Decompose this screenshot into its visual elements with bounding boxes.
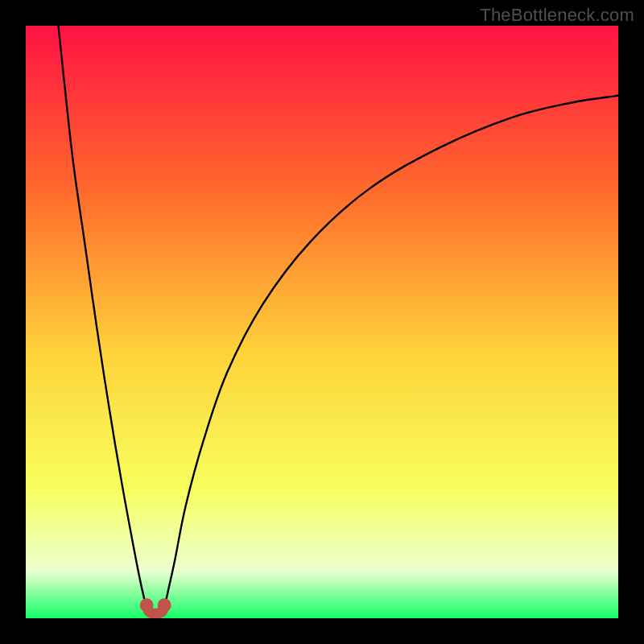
watermark-text: TheBottleneck.com xyxy=(480,5,634,26)
gradient-background xyxy=(26,26,618,618)
valley-marker-dot-0 xyxy=(140,598,154,612)
valley-marker-dot-1 xyxy=(158,598,171,612)
chart-frame: TheBottleneck.com xyxy=(0,0,644,644)
bottleneck-chart xyxy=(26,26,618,618)
plot-area xyxy=(26,26,618,618)
